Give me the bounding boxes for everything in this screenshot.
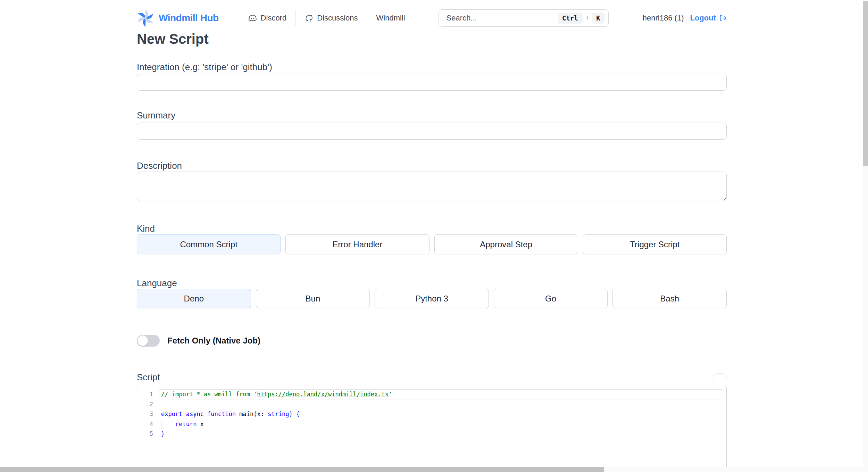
vertical-scrollbar-thumb[interactable]: [863, 1, 868, 166]
script-editor[interactable]: 1// import * as wmill from 'https://deno…: [137, 386, 727, 470]
language-options: Deno Bun Python 3 Go Bash: [137, 289, 727, 308]
description-textarea[interactable]: [137, 172, 727, 201]
integration-label: Integration (e.g: 'stripe' or 'github'): [137, 61, 727, 73]
code-text: export async function main(x: string) {: [161, 411, 300, 417]
language-option-bun[interactable]: Bun: [256, 289, 370, 308]
nav-label: Discord: [261, 14, 287, 23]
integration-input[interactable]: [137, 74, 727, 91]
code-line[interactable]: 2: [137, 399, 726, 409]
fetch-only-toggle[interactable]: [137, 335, 160, 347]
language-option-bash[interactable]: Bash: [612, 289, 727, 308]
discord-icon: [248, 14, 257, 23]
header: Windmill Hub Discord: [137, 0, 727, 28]
kind-label: Kind: [137, 223, 727, 234]
code-line[interactable]: 1// import * as wmill from 'https://deno…: [137, 389, 726, 399]
kbd-ctrl: Ctrl: [558, 13, 583, 24]
vertical-scrollbar[interactable]: [863, 0, 868, 472]
kbd-plus: +: [585, 15, 589, 22]
kind-options: Common Script Error Handler Approval Ste…: [137, 234, 727, 254]
kind-option-approval-step[interactable]: Approval Step: [434, 234, 578, 254]
nav-item-discord[interactable]: Discord: [248, 14, 287, 23]
script-label: Script: [137, 371, 160, 383]
logout-icon: [718, 14, 727, 22]
code-line[interactable]: 3export async function main(x: string) {: [137, 409, 726, 419]
language-option-deno[interactable]: Deno: [137, 289, 251, 308]
search-input[interactable]: [446, 14, 558, 23]
editor-lines: 1// import * as wmill from 'https://deno…: [137, 389, 726, 439]
fetch-only-label: Fetch Only (Native Job): [167, 336, 260, 346]
line-number: 3: [137, 411, 153, 417]
nav-label: Windmill: [376, 14, 405, 23]
user-area: henri186 (1) Logout: [643, 14, 727, 23]
nav-item-discussions[interactable]: Discussions: [305, 14, 358, 23]
logout-label: Logout: [690, 14, 716, 23]
toggle-knob: [137, 336, 148, 346]
search-box[interactable]: Ctrl + K: [439, 9, 609, 27]
horizontal-scrollbar[interactable]: [0, 467, 863, 472]
main-container: Windmill Hub Discord: [137, 0, 727, 470]
language-label: Language: [137, 277, 727, 289]
description-label: Description: [137, 160, 727, 172]
code-text: // import * as wmill from 'https://deno.…: [161, 391, 392, 398]
line-number: 1: [137, 391, 153, 398]
windmill-logo-icon: [137, 9, 154, 27]
code-text: return x: [161, 421, 204, 428]
summary-input[interactable]: [137, 123, 727, 140]
nav-label: Discussions: [317, 14, 358, 23]
nav-divider: [295, 10, 296, 26]
script-row: Script: [137, 371, 727, 383]
fetch-only-row: Fetch Only (Native Job): [137, 334, 727, 347]
top-nav: Discord Discussions Windmill: [248, 10, 405, 26]
code-text: }: [161, 430, 165, 437]
line-number: 4: [137, 421, 153, 428]
summary-label: Summary: [137, 109, 727, 121]
language-option-go[interactable]: Go: [494, 289, 608, 308]
horizontal-scrollbar-thumb[interactable]: [0, 467, 604, 472]
line-number: 2: [137, 401, 153, 408]
kind-option-common-script[interactable]: Common Script: [137, 234, 281, 254]
nav-item-windmill[interactable]: Windmill: [376, 14, 405, 23]
language-option-python3[interactable]: Python 3: [375, 289, 489, 308]
username: henri186 (1): [643, 14, 684, 23]
code-line[interactable]: 4 return x: [137, 419, 726, 429]
github-icon: [305, 14, 314, 23]
page-title: New Script: [137, 31, 727, 47]
logout-link[interactable]: Logout: [690, 14, 727, 23]
nav-divider: [367, 10, 367, 26]
kind-option-error-handler[interactable]: Error Handler: [285, 234, 429, 254]
brand-link[interactable]: Windmill Hub: [137, 9, 219, 27]
kind-option-trigger-script[interactable]: Trigger Script: [583, 234, 727, 254]
line-number: 5: [137, 430, 153, 437]
editor-toggle-pill[interactable]: [713, 373, 727, 381]
code-line[interactable]: 5}: [137, 429, 726, 439]
brand-name: Windmill Hub: [159, 13, 219, 24]
kbd-k: K: [592, 13, 604, 24]
